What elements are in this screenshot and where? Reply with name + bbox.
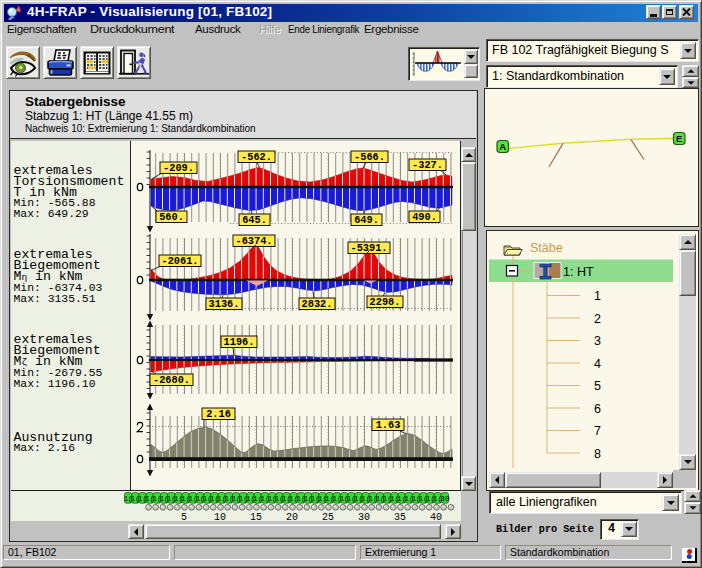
svg-text:5: 5 xyxy=(181,512,187,523)
svg-text:30: 30 xyxy=(358,512,370,523)
svg-text:645.: 645. xyxy=(242,214,267,226)
svg-text:2.16: 2.16 xyxy=(206,408,231,420)
svg-text:6: 6 xyxy=(594,402,601,416)
svg-text:8: 8 xyxy=(594,447,601,461)
svg-text:649.: 649. xyxy=(354,214,379,226)
svg-text:A: A xyxy=(499,141,506,152)
svg-text:-6374.: -6374. xyxy=(235,235,272,247)
svg-text:-2680.: -2680. xyxy=(153,374,190,386)
svg-text:30: 30 xyxy=(440,495,450,503)
svg-text:-566.: -566. xyxy=(354,151,385,163)
svg-text:1.63: 1.63 xyxy=(376,419,401,431)
svg-text:490.: 490. xyxy=(412,211,437,223)
svg-text:2: 2 xyxy=(594,312,601,326)
svg-text:7: 7 xyxy=(594,424,601,438)
svg-text:1196.: 1196. xyxy=(224,336,255,348)
svg-text:3: 3 xyxy=(594,334,601,348)
svg-text:-209.: -209. xyxy=(163,162,194,174)
svg-text:10: 10 xyxy=(214,512,226,523)
svg-text:4: 4 xyxy=(594,357,601,371)
svg-text:-562.: -562. xyxy=(241,151,272,163)
svg-text:2298.: 2298. xyxy=(370,296,401,308)
svg-text:2832.: 2832. xyxy=(302,298,333,310)
svg-text:3136.: 3136. xyxy=(209,298,240,310)
svg-text:-5391.: -5391. xyxy=(350,242,387,254)
svg-text:35: 35 xyxy=(394,512,406,523)
svg-text:560.: 560. xyxy=(159,211,184,223)
svg-text:20: 20 xyxy=(286,512,298,523)
svg-text:1: HT: 1: HT xyxy=(563,265,594,279)
svg-text:-2061.: -2061. xyxy=(161,255,198,267)
svg-text:Stäbe: Stäbe xyxy=(530,241,563,255)
svg-text:-327.: -327. xyxy=(412,159,443,171)
svg-text:40: 40 xyxy=(430,512,442,523)
svg-text:5: 5 xyxy=(594,379,601,393)
svg-text:E: E xyxy=(676,133,682,144)
svg-text:1: 1 xyxy=(594,289,601,303)
svg-text:25: 25 xyxy=(322,512,334,523)
svg-text:15: 15 xyxy=(250,512,262,523)
